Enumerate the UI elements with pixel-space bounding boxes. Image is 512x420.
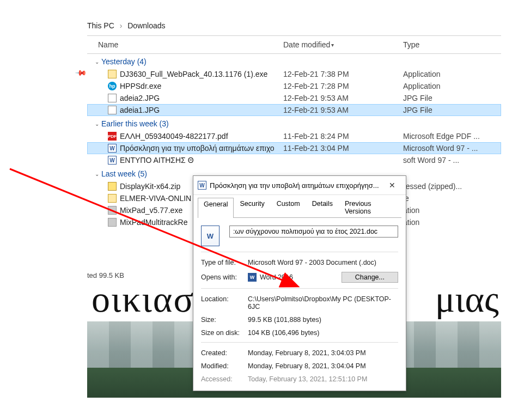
file-name: ΕΝΤΥΠΟ ΑΙΤΗΣΗΣ Θ: [120, 156, 194, 165]
file-row[interactable]: DJ3630_Full_WebPack_40.13.1176 (1).exe12…: [87, 68, 501, 80]
value-modified: Monday, February 8, 2021, 3:04:04 PM: [248, 362, 398, 370]
file-row[interactable]: WΕΝΤΥΠΟ ΑΙΤΗΣΗΣ Θsoft Word 97 - ...: [87, 154, 501, 166]
file-type: soft Word 97 - ...: [403, 156, 499, 165]
value-opens-with: Word 2016: [260, 273, 293, 281]
dialog-titlebar[interactable]: W Πρόσκληση για την υποβολή αιτημάτων επ…: [193, 176, 406, 195]
file-type: JPG File: [403, 94, 499, 102]
breadcrumb-part[interactable]: This PC: [87, 21, 114, 30]
column-header-type[interactable]: Type: [403, 40, 499, 49]
file-name: adeia2.JPG: [120, 94, 160, 102]
label-size-on-disk: Size on disk:: [201, 329, 248, 337]
chevron-down-icon: ⌄: [95, 59, 99, 65]
dialog-tabs: General Security Custom Details Previous…: [193, 195, 406, 217]
file-date: 12-Feb-21 7:28 PM: [283, 82, 403, 90]
file-name: ELMER-VIVA-ONLIN: [120, 194, 191, 203]
value-size: 99.5 KB (101,888 bytes): [248, 316, 398, 324]
column-headers: Name Date modified ▾ Type: [87, 36, 501, 54]
breadcrumb-part[interactable]: Downloads: [127, 21, 165, 30]
file-row[interactable]: adeia2.JPG12-Feb-21 9:53 AMJPG File: [87, 92, 501, 104]
group-label: Last week (5): [101, 169, 147, 178]
value-accessed: Today, February 13, 2021, 12:51:10 PM: [248, 375, 398, 383]
file-type: ation: [403, 218, 499, 227]
value-size-on-disk: 104 KB (106,496 bytes): [248, 329, 398, 337]
label-size: Size:: [201, 316, 248, 324]
file-name: HPPSdr.exe: [120, 82, 161, 90]
exe-file-icon: [108, 70, 117, 78]
file-row[interactable]: PDFΕΛΛΗ_059340049-4822177.pdf11-Feb-21 8…: [87, 130, 501, 142]
column-header-name[interactable]: Name: [98, 40, 283, 49]
pdf-file-icon: PDF: [108, 132, 117, 141]
file-name: MixPad_v5.77.exe: [120, 206, 182, 215]
group-label: Earlier this week (3): [101, 119, 169, 128]
pin-icon[interactable]: 📌: [75, 66, 87, 78]
word-doc-icon: W: [198, 181, 206, 190]
label-accessed: Accessed:: [201, 375, 248, 383]
label-modified: Modified:: [201, 362, 248, 370]
file-name: DisplayKit-x64.zip: [120, 182, 180, 191]
file-name: adeia1.JPG: [120, 106, 160, 114]
file-type: Microsoft Edge PDF ...: [403, 132, 499, 141]
label-opens-with: Opens with:: [201, 273, 248, 281]
file-type-icon: W: [201, 226, 220, 246]
app-file-icon: [108, 218, 117, 227]
file-type: le: [403, 194, 499, 203]
label-created: Created:: [201, 349, 248, 357]
hp-file-icon: hp: [108, 82, 117, 90]
file-name: ΕΛΛΗ_059340049-4822177.pdf: [120, 132, 228, 141]
tab-details[interactable]: Details: [306, 197, 339, 217]
value-location: C:\Users\Polmitso\Dropbox\My PC (DESKTOP…: [248, 295, 398, 311]
value-created: Monday, February 8, 2021, 3:04:03 PM: [248, 349, 398, 357]
file-name: MixPadMultitrackRe: [120, 218, 187, 227]
jpg-file-icon: [108, 106, 117, 114]
file-name: DJ3630_Full_WebPack_40.13.1176 (1).exe: [120, 70, 267, 78]
tab-previous-versions[interactable]: Previous Versions: [339, 197, 401, 217]
change-button[interactable]: Change...: [342, 272, 398, 283]
file-type: ation: [403, 206, 499, 215]
app-file-icon: [108, 206, 117, 215]
file-row[interactable]: WΠρόσκληση για την υποβολή αιτημάτων επι…: [87, 142, 501, 154]
tab-security[interactable]: Security: [234, 197, 270, 217]
file-date: 11-Feb-21 3:04 PM: [283, 144, 403, 153]
group-label: Yesterday (4): [101, 57, 147, 66]
chevron-right-icon: ›: [120, 21, 123, 30]
label-location: Location:: [201, 295, 248, 303]
tab-general[interactable]: General: [198, 198, 234, 218]
jpg-file-icon: [108, 94, 117, 102]
file-type: Microsoft Word 97 - ...: [403, 144, 499, 153]
file-date: 12-Feb-21 7:38 PM: [283, 70, 403, 78]
breadcrumb[interactable]: This PC › Downloads: [87, 19, 501, 36]
doc-file-icon: W: [108, 156, 117, 165]
value-type-of-file: Microsoft Word 97 - 2003 Document (.doc): [248, 259, 398, 266]
column-header-date[interactable]: Date modified ▾: [283, 40, 403, 49]
file-date: 12-Feb-21 9:53 AM: [283, 94, 403, 102]
group-header[interactable]: ⌄Earlier this week (3): [87, 116, 501, 130]
close-button[interactable]: ✕: [383, 179, 401, 191]
file-date: 12-Feb-21 9:53 AM: [283, 106, 403, 114]
doc-file-icon: W: [108, 144, 117, 153]
file-row[interactable]: hpHPPSdr.exe12-Feb-21 7:28 PMApplication: [87, 80, 501, 92]
file-type: Application: [403, 70, 499, 78]
file-name: Πρόσκληση για την υποβολή αιτημάτων επιχ…: [120, 144, 275, 153]
file-type: ressed (zipped)...: [403, 182, 499, 191]
exe-file-icon: [108, 194, 117, 203]
group-header[interactable]: ⌄Yesterday (4): [87, 54, 501, 68]
tab-custom[interactable]: Custom: [271, 197, 306, 217]
zip-file-icon: [108, 182, 117, 191]
file-date: 11-Feb-21 8:24 PM: [283, 132, 403, 141]
chevron-down-icon: ⌄: [95, 121, 99, 127]
label-type-of-file: Type of file:: [201, 259, 248, 266]
dialog-title: Πρόσκληση για την υποβολή αιτημάτων επιχ…: [210, 181, 380, 190]
column-header-date-label: Date modified: [283, 40, 330, 49]
bg-text-right: μιας: [433, 278, 501, 321]
filename-input[interactable]: [229, 226, 398, 238]
file-properties-dialog: W Πρόσκληση για την υποβολή αιτημάτων επ…: [193, 175, 406, 391]
file-type: Application: [403, 82, 499, 90]
file-type: JPG File: [403, 106, 499, 114]
word-app-icon: W: [248, 273, 257, 282]
sort-indicator-icon: ▾: [331, 42, 334, 48]
chevron-down-icon: ⌄: [95, 171, 99, 177]
file-row[interactable]: adeia1.JPG12-Feb-21 9:53 AMJPG File: [87, 104, 501, 116]
